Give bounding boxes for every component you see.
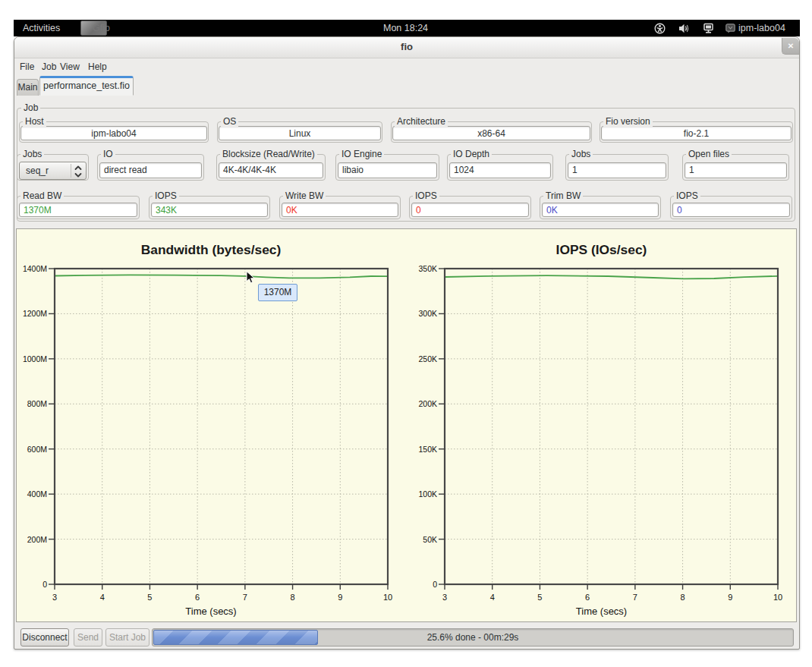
svg-text:8: 8 <box>681 593 685 602</box>
svg-text:1400M: 1400M <box>23 264 47 273</box>
svg-text:800M: 800M <box>27 399 47 408</box>
svg-text:200M: 200M <box>27 535 47 544</box>
svg-text:3: 3 <box>442 593 447 602</box>
svg-text:100K: 100K <box>418 489 437 499</box>
svg-text:8: 8 <box>291 593 295 602</box>
svg-text:4: 4 <box>490 593 495 602</box>
svg-text:9: 9 <box>338 593 342 602</box>
svg-text:1000M: 1000M <box>23 354 47 363</box>
svg-text:300K: 300K <box>418 309 437 318</box>
svg-text:Bandwidth (bytes/sec): Bandwidth (bytes/sec) <box>141 242 282 257</box>
svg-text:10: 10 <box>383 593 392 602</box>
svg-text:3: 3 <box>52 593 57 602</box>
svg-text:200K: 200K <box>418 399 437 408</box>
svg-text:250K: 250K <box>418 354 437 363</box>
svg-text:0: 0 <box>433 580 437 589</box>
svg-text:5: 5 <box>537 593 542 602</box>
svg-text:9: 9 <box>728 593 732 602</box>
svg-text:0: 0 <box>42 580 47 589</box>
svg-text:6: 6 <box>195 593 200 602</box>
svg-text:150K: 150K <box>418 445 437 454</box>
svg-text:7: 7 <box>633 593 637 602</box>
svg-text:350K: 350K <box>418 264 437 273</box>
svg-text:50K: 50K <box>423 535 437 544</box>
svg-text:600M: 600M <box>27 445 47 454</box>
svg-text:1200M: 1200M <box>23 309 47 318</box>
svg-text:4: 4 <box>100 593 105 602</box>
svg-text:10: 10 <box>773 593 782 602</box>
svg-text:7: 7 <box>243 593 247 602</box>
svg-text:400M: 400M <box>27 489 47 499</box>
svg-text:Time (secs): Time (secs) <box>185 606 236 617</box>
svg-text:IOPS (IOs/sec): IOPS (IOs/sec) <box>556 242 647 257</box>
svg-text:6: 6 <box>585 593 590 602</box>
svg-text:Time (secs): Time (secs) <box>576 606 627 617</box>
svg-text:5: 5 <box>147 593 152 602</box>
